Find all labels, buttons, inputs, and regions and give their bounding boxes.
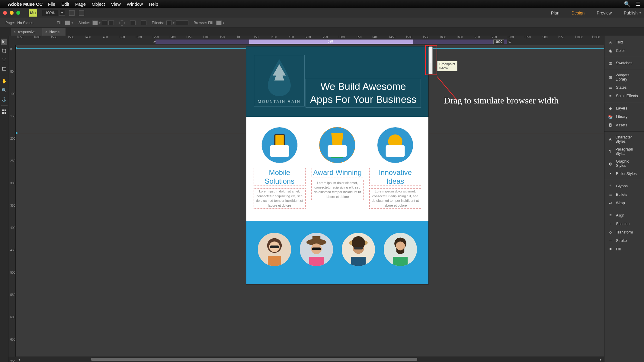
hero-section[interactable]: MOUNTAIN RAIN We Build Awesome Apps For …: [246, 46, 428, 117]
zoom-value[interactable]: 100%: [42, 10, 58, 16]
panel-character-styles[interactable]: ACharacter Styles: [604, 133, 644, 145]
panel-graphic-styles[interactable]: ◐Graphic Styles: [604, 157, 644, 170]
toolbar-extra-2[interactable]: [79, 10, 84, 16]
grid-tool[interactable]: [1, 109, 7, 115]
stroke-align[interactable]: [108, 21, 114, 25]
panel-library[interactable]: 📚Library: [604, 113, 644, 121]
panel-wrap[interactable]: ↩Wrap: [604, 199, 644, 207]
anchor-tool[interactable]: ⚓: [1, 96, 7, 102]
selection-tool[interactable]: [1, 39, 7, 45]
close-tab-icon[interactable]: ×: [14, 30, 16, 33]
panel-assets[interactable]: 🖼Assets: [604, 121, 644, 129]
toolbar-extra-1[interactable]: [69, 10, 75, 16]
menu-view[interactable]: View: [111, 2, 120, 7]
zoom-dropdown[interactable]: ▾: [59, 10, 65, 16]
page-state[interactable]: No States: [17, 21, 33, 25]
menu-file[interactable]: File: [48, 2, 55, 7]
close-icon[interactable]: [3, 11, 7, 15]
ruler-vertical[interactable]: 0501001502002503003504004505005506006507…: [8, 45, 16, 357]
avatar[interactable]: [342, 233, 375, 266]
panel-states[interactable]: ▭States: [604, 83, 644, 92]
bp-max-label[interactable]: 1000: [493, 40, 504, 44]
breakpoint-scrubber[interactable]: [428, 46, 433, 74]
feature-mobile[interactable]: Mobile Solutions Lorem ipsum dolor sit a…: [254, 127, 306, 209]
effects-dropdown[interactable]: ▾: [173, 21, 175, 24]
panel-paragraph-styl-[interactable]: ¶Paragraph Styl...: [604, 145, 644, 157]
hero-headline[interactable]: We Build Awesome Apps For Your Business: [306, 79, 421, 108]
fill-dropdown[interactable]: ▾: [72, 21, 73, 24]
panel-spacing[interactable]: ↔Spacing: [604, 220, 644, 228]
minimize-icon[interactable]: [10, 11, 14, 15]
bp-chevron-left[interactable]: »: [153, 39, 156, 44]
stroke-weight[interactable]: [102, 21, 107, 25]
corner-opt-2[interactable]: [141, 21, 146, 25]
avatar[interactable]: [384, 233, 417, 266]
menu-page[interactable]: Page: [75, 2, 86, 7]
svg-rect-2: [5, 110, 6, 111]
team-section[interactable]: [246, 221, 428, 284]
panel-bullet-styles[interactable]: •Bullet Styles: [604, 170, 644, 178]
stroke-dropdown[interactable]: ▾: [99, 21, 101, 24]
zoom-tool[interactable]: 🔍: [1, 87, 7, 93]
scrollbar-horizontal[interactable]: ◂ ▸: [16, 357, 604, 362]
ruler-tick: 550: [51, 36, 57, 38]
opacity-field[interactable]: [176, 21, 188, 25]
zoom-icon[interactable]: [16, 11, 20, 15]
publish-dropdown-icon[interactable]: ▾: [639, 11, 641, 14]
panel-bullets[interactable]: ≣Bullets: [604, 190, 644, 199]
feature-award[interactable]: Award Winning Lorem ipsum dolor sit amet…: [311, 127, 364, 209]
browserfill-dropdown[interactable]: ▾: [223, 21, 224, 24]
avatar[interactable]: [300, 233, 333, 266]
panel-scroll-effects[interactable]: ≈Scroll Effects: [604, 92, 644, 100]
search-icon[interactable]: 🔍: [624, 1, 630, 7]
feature-title: Award Winning: [312, 168, 363, 177]
bp-chevron-right[interactable]: «: [508, 39, 511, 44]
ruler-horizontal[interactable]: 6506005505004504003503002502001501005005…: [8, 36, 604, 45]
close-tab-icon[interactable]: ×: [45, 30, 47, 33]
effects-swatch[interactable]: [166, 21, 172, 25]
fill-swatch[interactable]: [65, 21, 70, 25]
avatar[interactable]: [258, 233, 291, 266]
panel-label: Glyphs: [616, 184, 628, 188]
tooltip-close-icon[interactable]: ×: [434, 65, 436, 69]
panel-label: Layers: [616, 106, 627, 110]
panel-widgets-library[interactable]: ⊞Widgets Library: [604, 71, 644, 83]
panel-swatches[interactable]: ▦Swatches: [604, 59, 644, 67]
menu-help[interactable]: Help: [149, 2, 158, 7]
crop-tool[interactable]: [1, 48, 7, 54]
logo-frame[interactable]: MOUNTAIN RAIN: [254, 55, 305, 106]
text-tool[interactable]: T: [1, 57, 7, 63]
feature-innovative[interactable]: Innovative Ideas Lorem ipsum dolor sit a…: [369, 127, 421, 209]
scroll-left-icon[interactable]: ◂: [17, 357, 21, 362]
panel-stroke[interactable]: ─Stroke: [604, 237, 644, 245]
breakpoint-strip[interactable]: » « 320 1000: [16, 40, 604, 45]
canvas-body[interactable]: MOUNTAIN RAIN We Build Awesome Apps For …: [16, 45, 604, 357]
corners-icon[interactable]: [119, 20, 125, 26]
doc-tab-home[interactable]: × Home: [42, 28, 66, 36]
tab-preview[interactable]: Preview: [597, 11, 612, 15]
panel-transform[interactable]: ⊹Transform: [604, 228, 644, 237]
panel-text[interactable]: AText: [604, 38, 644, 46]
panel-layers[interactable]: ◆Layers: [604, 104, 644, 113]
menu-object[interactable]: Object: [92, 2, 105, 7]
panel-fill[interactable]: ■Fill: [604, 245, 644, 253]
doc-tab-responsive[interactable]: × responsive: [11, 28, 42, 36]
panel-color[interactable]: ◉Color: [604, 46, 644, 55]
menu-extra-icon[interactable]: ☰: [636, 1, 640, 7]
menu-edit[interactable]: Edit: [61, 2, 69, 7]
scroll-right-icon[interactable]: ▸: [599, 357, 603, 362]
artboard[interactable]: MOUNTAIN RAIN We Build Awesome Apps For …: [246, 46, 428, 284]
tab-publish[interactable]: Publish: [624, 11, 638, 15]
browserfill-swatch[interactable]: [216, 21, 222, 25]
panel-align[interactable]: ≡Align: [604, 211, 644, 220]
corner-opt-1[interactable]: [130, 21, 136, 25]
hand-tool[interactable]: ✋: [1, 78, 7, 84]
stroke-swatch[interactable]: [92, 21, 98, 25]
tab-design[interactable]: Design: [572, 11, 585, 15]
features-section[interactable]: Mobile Solutions Lorem ipsum dolor sit a…: [246, 117, 428, 221]
rectangle-tool[interactable]: [1, 66, 7, 72]
scroll-thumb[interactable]: [91, 358, 417, 361]
menu-window[interactable]: Window: [127, 2, 143, 7]
tab-plan[interactable]: Plan: [551, 11, 559, 15]
panel-glyphs[interactable]: fiGlyphs: [604, 182, 644, 190]
